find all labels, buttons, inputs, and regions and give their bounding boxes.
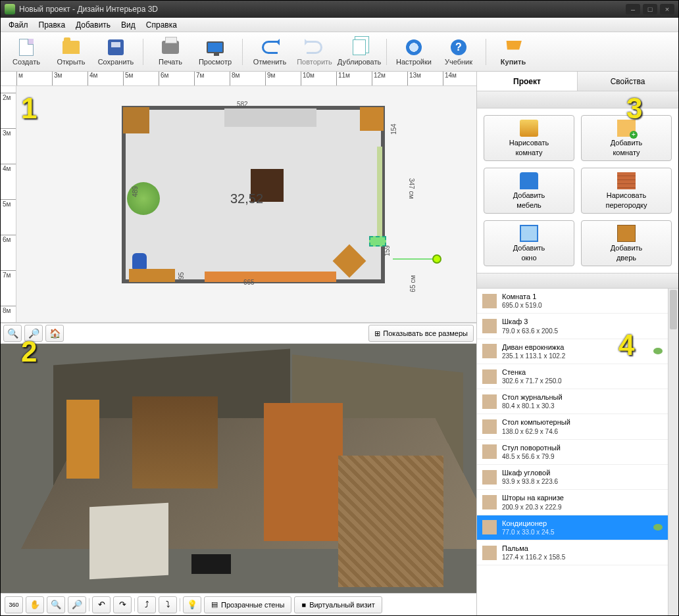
virtual-visit-button[interactable]: ■ Виртуальный визит	[294, 596, 382, 613]
print-label: Печать	[159, 58, 182, 66]
minimize-button[interactable]: –	[626, 4, 640, 14]
rotate-left-button[interactable]: ↶	[92, 596, 111, 613]
menu-file[interactable]: Файл	[3, 19, 34, 31]
ruler-tick: 3м	[1, 128, 16, 137]
pan-button[interactable]: ✋	[26, 596, 44, 613]
action-label: Добавить	[611, 244, 643, 252]
object-name: Пальма	[502, 544, 663, 553]
furn-item[interactable]	[333, 245, 366, 278]
object-icon	[482, 495, 497, 509]
undo-button[interactable]: Отменить	[249, 34, 290, 70]
callout-1: 1	[21, 92, 50, 126]
list-item[interactable]: Стенка302.6 x 71.7 x 250.0	[477, 364, 668, 389]
dim-top: 582	[237, 101, 248, 108]
menu-help[interactable]: Справка	[141, 19, 182, 31]
ruler-tick: 7м	[1, 270, 16, 279]
folder-icon	[63, 41, 80, 54]
object-icon	[482, 394, 497, 409]
add-door-button[interactable]: Добавить дверь	[581, 220, 672, 266]
print-button[interactable]: Печать	[150, 34, 191, 70]
ruler-tick: 12м	[372, 72, 386, 85]
object-dimensions: 93.9 x 93.8 x 223.6	[502, 477, 663, 486]
menu-add[interactable]: Добавить	[70, 19, 116, 31]
table-3d	[191, 554, 231, 574]
ruler-tick: 4м	[1, 164, 16, 172]
create-button[interactable]: Создать	[6, 34, 47, 70]
furn-wardrobe[interactable]	[123, 107, 149, 133]
draw-partition-button[interactable]: Нарисовать перегородку	[581, 168, 672, 214]
tab-properties[interactable]: Свойства	[578, 72, 678, 91]
light-button[interactable]: 💡	[183, 596, 201, 613]
visibility-icon[interactable]	[653, 524, 663, 531]
action-label: комнату	[613, 149, 640, 156]
action-label: Добавить	[513, 244, 545, 252]
list-item[interactable]: Пальма127.4 x 116.2 x 158.5	[477, 540, 668, 565]
object-icon	[482, 369, 497, 384]
tilt-up-button[interactable]: ⤴	[138, 596, 156, 613]
plan-2d-view[interactable]: 2м 3м 4м 5м 6м 7м 8м	[1, 86, 476, 323]
redo-button[interactable]: Повторить	[294, 34, 335, 70]
duplicate-button[interactable]: Дублировать	[339, 34, 380, 70]
separator	[134, 598, 135, 611]
ruler-tick: 5м	[1, 199, 16, 208]
rotate-right-icon: ↷	[119, 600, 126, 609]
save-button[interactable]: Сохранить	[95, 34, 136, 70]
scrollbar-thumb[interactable]	[670, 290, 677, 329]
tutorial-button[interactable]: ?Учебник	[438, 34, 479, 70]
undo-icon	[262, 41, 278, 54]
visibility-icon[interactable]	[653, 348, 663, 354]
dim-left: 489	[132, 186, 139, 197]
add-furniture-button[interactable]: Добавить мебель	[484, 168, 574, 214]
rotate-right-button[interactable]: ↷	[113, 596, 132, 613]
create-label: Создать	[13, 58, 40, 66]
settings-button[interactable]: Настройки	[393, 34, 434, 70]
view-3d[interactable]: 360 ✋ 🔍 🔎 ↶ ↷ ⤴ ⤵ 💡 ▤ Прозрачные стены	[1, 344, 476, 615]
maximize-button[interactable]: □	[643, 4, 657, 14]
redo-icon	[307, 41, 322, 54]
rotate-360-button[interactable]: 360	[5, 596, 23, 613]
zoom-out-icon: 🔍	[51, 600, 61, 609]
zoom-in-3d-button[interactable]: 🔎	[68, 596, 86, 613]
scrollbar[interactable]	[668, 289, 678, 615]
menu-view[interactable]: Вид	[116, 19, 141, 31]
menu-edit[interactable]: Правка	[34, 19, 71, 31]
furn-wall-unit[interactable]	[205, 272, 336, 282]
toolbar: Создать Открыть Сохранить Печать Просмот…	[1, 32, 678, 72]
object-dimensions: 200.9 x 20.3 x 222.9	[502, 503, 663, 511]
furn-sofa[interactable]	[224, 108, 316, 127]
ruler-tick: 10м	[301, 72, 314, 85]
transparent-walls-button[interactable]: ▤ Прозрачные стены	[204, 596, 291, 613]
action-label: окно	[521, 254, 536, 262]
ruler-tick: 6м	[1, 235, 16, 243]
buy-button[interactable]: Купить	[493, 34, 534, 70]
furn-curtain[interactable]	[377, 147, 382, 245]
tilt-down-button[interactable]: ⤵	[159, 596, 177, 613]
object-dimensions: 138.0 x 62.9 x 74.6	[502, 427, 663, 436]
list-item[interactable]: Шкаф угловой93.9 x 93.8 x 223.6	[477, 465, 668, 490]
ruler-tick: 14м	[443, 72, 457, 85]
ruler-tick: 8м	[230, 72, 239, 85]
curtain-3d	[132, 396, 218, 488]
furn-desk[interactable]	[129, 269, 175, 282]
list-item[interactable]: Комната 1695.0 x 519.0	[477, 289, 668, 314]
rotate-left-icon: ↶	[98, 600, 105, 609]
list-item[interactable]: Кондиционер77.0 x 33.0 x 24.5	[477, 515, 668, 540]
draw-room-button[interactable]: Нарисовать комнату	[484, 115, 574, 161]
list-item[interactable]: Стол компьютерный138.0 x 62.9 x 74.6	[477, 414, 668, 439]
zoom-out-button[interactable]: 🔍	[3, 325, 22, 342]
rotation-handle[interactable]	[432, 254, 441, 264]
list-item[interactable]: Стол журнальный80.4 x 80.1 x 30.3	[477, 389, 668, 414]
zoom-out-3d-button[interactable]: 🔍	[47, 596, 65, 613]
preview-button[interactable]: Просмотр	[195, 34, 236, 70]
list-item[interactable]: Стул поворотный48.5 x 56.6 x 79.9	[477, 440, 668, 465]
list-item[interactable]: Шторы на карнизе200.9 x 20.3 x 222.9	[477, 490, 668, 515]
add-window-button[interactable]: Добавить окно	[484, 220, 574, 266]
ruler-tick: 3м	[52, 72, 62, 85]
object-dimensions: 48.5 x 56.6 x 79.9	[502, 452, 663, 461]
close-button[interactable]: ×	[660, 4, 674, 14]
tab-project[interactable]: Проект	[477, 72, 578, 91]
camera-icon: ■	[301, 601, 306, 609]
furn-corner-wardrobe[interactable]	[360, 107, 384, 131]
open-button[interactable]: Открыть	[51, 34, 91, 70]
show-all-dims-button[interactable]: ⊞ Показывать все размеры	[368, 325, 474, 342]
